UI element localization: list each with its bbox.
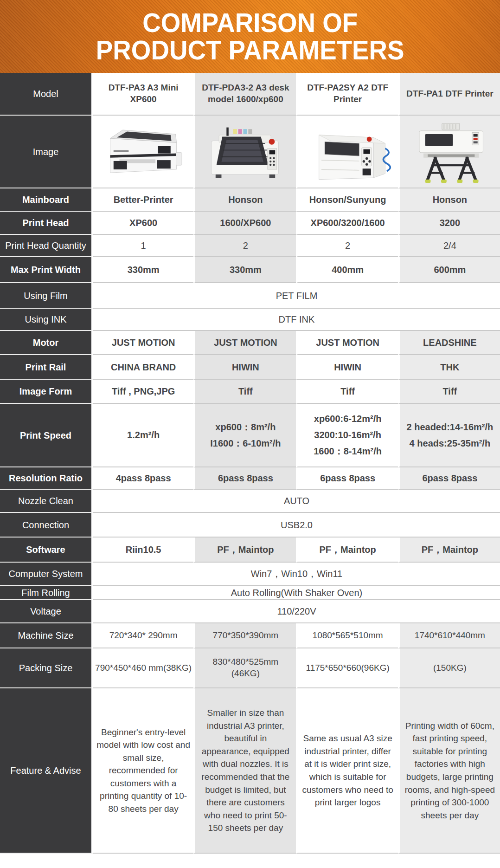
row-label-nozzle-clean: Nozzle Clean xyxy=(0,490,93,513)
resolution-col1: 4pass 8pass xyxy=(93,467,193,490)
row-feature-advise: Feature & Advise Beginner's entry-level … xyxy=(0,688,500,854)
row-label-film-rolling: Film Rolling xyxy=(0,586,93,600)
connection-value: USB2.0 xyxy=(93,513,500,538)
feature-col1: Beginner's entry-level model with low co… xyxy=(93,688,193,854)
model-name-col4: DTF-PA1 DTF Printer xyxy=(398,73,500,116)
feature-col3: Same as usual A3 size industrial printer… xyxy=(296,688,398,854)
resolution-col4: 6pass 8pass xyxy=(398,467,500,490)
row-label-machine-size: Machine Size xyxy=(0,623,93,648)
print-head-col1: XP600 xyxy=(93,212,193,235)
image-form-col1: Tiff , PNG,JPG xyxy=(93,380,193,404)
mainboard-col1: Better-Printer xyxy=(93,188,193,212)
print-rail-col2: HIWIN xyxy=(193,355,295,380)
print-head-qty-col2: 2 xyxy=(193,235,295,257)
software-col2: PF，Maintop xyxy=(193,538,295,563)
computer-system-value: Win7，Win10，Win11 xyxy=(93,563,500,586)
row-label-print-rail: Print Rail xyxy=(0,355,93,380)
row-print-head: Print Head XP600 1600/XP600 XP600/3200/1… xyxy=(0,212,500,235)
max-width-col3: 400mm xyxy=(296,257,398,283)
print-head-col3: XP600/3200/1600 xyxy=(296,212,398,235)
feature-col2: Smaller in size than industrial A3 print… xyxy=(193,688,295,854)
row-label-software: Software xyxy=(0,538,93,563)
machine-size-col3: 1080*565*510mm xyxy=(296,623,398,648)
row-image: Image xyxy=(0,116,500,188)
row-label-motor: Motor xyxy=(0,331,93,355)
printer-a2-image xyxy=(300,117,396,186)
page-title: COMPARISON OF PRODUCT PARAMETERS xyxy=(96,9,404,64)
nozzle-clean-value: AUTO xyxy=(93,490,500,513)
image-form-col3: Tiff xyxy=(296,380,398,404)
row-label-using-film: Using Film xyxy=(0,283,93,309)
software-col4: PF，Maintop xyxy=(398,538,500,563)
mainboard-col3: Honson/Sunyung xyxy=(296,188,398,212)
row-label-print-speed: Print Speed xyxy=(0,404,93,467)
row-label-max-print-width: Max Print Width xyxy=(0,257,93,283)
row-label-model: Model xyxy=(0,73,93,116)
using-film-value: PET FILM xyxy=(93,283,500,309)
row-nozzle-clean: Nozzle Clean AUTO xyxy=(0,490,500,513)
image-form-col2: Tiff xyxy=(193,380,295,404)
print-rail-col1: CHINA BRAND xyxy=(93,355,193,380)
packing-size-col3: 1175*650*660(96KG) xyxy=(296,648,398,688)
row-label-connection: Connection xyxy=(0,513,93,538)
print-speed-col4: 2 headed:14-16m²/h 4 heads:25-35m²/h xyxy=(398,404,500,467)
page-title-line2: PRODUCT PARAMETERS xyxy=(96,37,404,64)
row-image-form: Image Form Tiff , PNG,JPG Tiff Tiff Tiff xyxy=(0,380,500,404)
row-mainboard: Mainboard Better-Printer Honson Honson/S… xyxy=(0,188,500,212)
print-speed-col3: xp600:6-12m²/h 3200:10-16m²/h 1600：8-14m… xyxy=(296,404,398,467)
row-using-film: Using Film PET FILM xyxy=(0,283,500,309)
resolution-col3: 6pass 8pass xyxy=(296,467,398,490)
row-motor: Motor JUST MOTION JUST MOTION JUST MOTIO… xyxy=(0,331,500,355)
row-label-feature-advise: Feature & Advise xyxy=(0,688,93,854)
print-speed-col2: xp600：8m²/h I1600：6-10m²/h xyxy=(193,404,295,467)
row-label-computer-system: Computer System xyxy=(0,563,93,586)
row-packing-size: Packing Size 790*450*460 mm(38KG) 830*48… xyxy=(0,648,500,688)
row-label-mainboard: Mainboard xyxy=(0,188,93,212)
row-model: Model DTF-PA3 A3 Mini XP600 DTF-PDA3-2 A… xyxy=(0,73,500,116)
row-label-voltage: Voltage xyxy=(0,600,93,623)
print-head-qty-col4: 2/4 xyxy=(398,235,500,257)
row-machine-size: Machine Size 720*340* 290mm 770*350*390m… xyxy=(0,623,500,648)
row-resolution-ratio: Resolution Ratio 4pass 8pass 6pass 8pass… xyxy=(0,467,500,490)
motor-col2: JUST MOTION xyxy=(193,331,295,355)
model-name-col2: DTF-PDA3-2 A3 desk model 1600/xp600 xyxy=(193,73,295,116)
printer-large-format-image xyxy=(402,117,498,186)
resolution-col2: 6pass 8pass xyxy=(193,467,295,490)
packing-size-col1: 790*450*460 mm(38KG) xyxy=(93,648,193,688)
row-label-resolution-ratio: Resolution Ratio xyxy=(0,467,93,490)
software-col3: PF，Maintop xyxy=(296,538,398,563)
feature-col4: Printing width of 60cm, fast printing sp… xyxy=(398,688,500,854)
row-software: Software Riin10.5 PF，Maintop PF，Maintop … xyxy=(0,538,500,563)
print-head-col4: 3200 xyxy=(398,212,500,235)
row-connection: Connection USB2.0 xyxy=(0,513,500,538)
film-rolling-value: Auto Rolling(With Shaker Oven) xyxy=(93,586,500,600)
row-film-rolling: Film Rolling Auto Rolling(With Shaker Ov… xyxy=(0,586,500,600)
row-print-speed: Print Speed 1.2m²/h xp600：8m²/h I1600：6-… xyxy=(0,404,500,467)
max-width-col2: 330mm xyxy=(193,257,295,283)
row-computer-system: Computer System Win7，Win10，Win11 xyxy=(0,563,500,586)
print-speed-col1: 1.2m²/h xyxy=(93,404,193,467)
mainboard-col2: Honson xyxy=(193,188,295,212)
printer-photo-dtf-pda3-2 xyxy=(193,116,295,188)
row-label-image: Image xyxy=(0,116,93,188)
max-width-col1: 330mm xyxy=(93,257,193,283)
print-head-col2: 1600/XP600 xyxy=(193,212,295,235)
row-print-head-quantity: Print Head Quantity 1 2 2 2/4 xyxy=(0,235,500,257)
print-head-qty-col3: 2 xyxy=(296,235,398,257)
row-max-print-width: Max Print Width 330mm 330mm 400mm 600mm xyxy=(0,257,500,283)
machine-size-col1: 720*340* 290mm xyxy=(93,623,193,648)
row-print-rail: Print Rail CHINA BRAND HIWIN HIWIN THK xyxy=(0,355,500,380)
printer-photo-dtf-pa2sy xyxy=(296,116,398,188)
model-name-col3: DTF-PA2SY A2 DTF Printer xyxy=(296,73,398,116)
print-rail-col4: THK xyxy=(398,355,500,380)
packing-size-col2: 830*480*525mm (46KG) xyxy=(193,648,295,688)
model-name-col1: DTF-PA3 A3 Mini XP600 xyxy=(93,73,193,116)
packing-size-col4: (150KG) xyxy=(398,648,500,688)
mainboard-col4: Honson xyxy=(398,188,500,212)
printer-photo-dtf-pa1 xyxy=(398,116,500,188)
row-using-ink: Using INK DTF INK xyxy=(0,309,500,331)
motor-col1: JUST MOTION xyxy=(93,331,193,355)
comparison-infographic: COMPARISON OF PRODUCT PARAMETERS Model D… xyxy=(0,0,500,868)
software-col1: Riin10.5 xyxy=(93,538,193,563)
banner: COMPARISON OF PRODUCT PARAMETERS xyxy=(0,0,500,73)
